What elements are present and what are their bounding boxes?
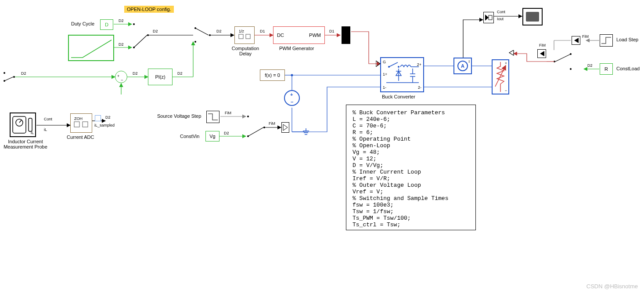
step-icon xyxy=(601,36,612,45)
sum-minus-port: − xyxy=(121,78,123,82)
cvs-minus-icon: − xyxy=(291,99,293,105)
scope-block[interactable] xyxy=(522,8,543,25)
svg-marker-72 xyxy=(485,15,489,21)
adc-rate-transition[interactable] xyxy=(95,115,101,121)
svg-line-58 xyxy=(389,62,398,67)
tag-FiM-2: FiM xyxy=(269,121,275,126)
param-line-11: % Outer Voltage Loop xyxy=(353,182,469,189)
svg-point-27 xyxy=(247,116,249,117)
tag-D2-2: D2 xyxy=(119,42,124,47)
rate-transition-small-icon-2 xyxy=(538,50,545,57)
tag-FiM-1: FiM xyxy=(225,111,231,115)
buck-port-2minus: 2- xyxy=(418,85,421,90)
current-sensor-block[interactable]: A I xyxy=(453,58,472,74)
param-line-2: C = 70e-6; xyxy=(353,123,469,129)
fi-m-rt-load[interactable] xyxy=(572,36,580,45)
simulink-canvas: OPEN-LOOP config. Duty Cycle D + − PI(z)… xyxy=(0,0,644,294)
variable-load-block[interactable]: + − xyxy=(492,59,509,94)
svg-point-59 xyxy=(398,66,399,68)
iout-rate-transition[interactable] xyxy=(483,12,494,23)
svg-rect-81 xyxy=(83,122,88,127)
svg-rect-50 xyxy=(239,34,243,39)
svg-rect-80 xyxy=(74,122,79,127)
param-line-17: Ts_ctrl = Tsw; xyxy=(353,221,469,228)
svg-line-41 xyxy=(555,54,571,62)
pi-controller-block[interactable]: PI(z) xyxy=(148,69,173,85)
param-line-6: Vg = 48; xyxy=(353,149,469,156)
signal-to-physical-block[interactable] xyxy=(281,122,289,133)
ground-icon xyxy=(302,128,310,137)
pwm-generator-block[interactable]: DC PWM xyxy=(273,26,325,44)
tag-D2-8: D2 xyxy=(105,115,111,120)
constant-Vg-text: Vg xyxy=(209,134,215,139)
load-step-block[interactable] xyxy=(600,34,613,47)
computation-delay-label: Computation Delay xyxy=(228,46,263,56)
scope-screen-icon xyxy=(526,12,539,22)
sum-plus-port: + xyxy=(117,74,119,78)
svg-line-78 xyxy=(19,120,22,123)
tag-D2-3: D2 xyxy=(153,29,158,33)
tag-D2-9: D2 xyxy=(224,131,229,135)
svg-rect-51 xyxy=(246,34,250,39)
ground-block[interactable] xyxy=(302,128,310,138)
inductor-probe-label: Inductor Current Measurement Probe xyxy=(4,139,47,149)
tag-D2-10: D2 xyxy=(587,63,593,68)
svg-point-7 xyxy=(133,23,135,25)
demux-block[interactable] xyxy=(342,26,350,44)
buck-port-2plus: 2+ xyxy=(417,62,421,67)
tag-D1-1: D1 xyxy=(260,29,265,33)
buck-port-1plus: 1+ xyxy=(383,72,387,76)
svg-line-9 xyxy=(134,35,147,47)
constant-Vg[interactable]: Vg xyxy=(205,131,219,142)
tag-D2-5: D2 xyxy=(21,71,26,76)
svg-marker-74 xyxy=(574,38,579,43)
svg-point-40 xyxy=(570,68,572,70)
buck-port-1minus: 1- xyxy=(383,85,386,90)
param-line-12: Vref = V; xyxy=(353,189,469,195)
svg-line-48 xyxy=(4,77,13,81)
varload-plus: + xyxy=(505,61,507,65)
source-voltage-step-block[interactable] xyxy=(206,111,219,123)
tag-D1-2: D1 xyxy=(329,29,335,33)
rate-transition-small-icon xyxy=(572,37,579,44)
ammeter-A-text: A xyxy=(461,63,464,69)
svg-point-47 xyxy=(4,80,5,82)
param-line-10: Iref = V/R; xyxy=(353,175,469,182)
solver-config-block[interactable]: f(x) = 0 xyxy=(260,69,285,81)
step-icon-2 xyxy=(207,112,219,122)
ramp-source-block[interactable] xyxy=(68,35,114,61)
svg-point-13 xyxy=(194,41,196,43)
probe-port-il: iL xyxy=(31,131,34,135)
varload-minus: − xyxy=(505,88,507,93)
buck-converter-block[interactable]: G 1+ 1- 2+ 2- xyxy=(380,57,424,92)
tag-D2-7: D2 xyxy=(177,71,183,76)
il-wire-label: iL xyxy=(44,127,47,132)
constant-R[interactable]: R xyxy=(600,63,613,75)
cont-label-probe: Cont xyxy=(44,117,52,121)
controlled-voltage-source[interactable]: + − xyxy=(284,90,300,106)
param-line-13: % Switching and Sample Times xyxy=(353,195,469,202)
svg-marker-71 xyxy=(509,50,514,55)
fim-tag-load2: FiM xyxy=(539,43,546,47)
ramp-icon xyxy=(69,36,113,59)
current-adc-block[interactable]: ZOH xyxy=(70,113,92,133)
computation-delay-block[interactable]: 1/z xyxy=(234,26,255,44)
unit-delay-text: 1/z xyxy=(237,29,252,33)
sum-block[interactable]: + − xyxy=(115,71,127,83)
param-line-7: V = 12; xyxy=(353,156,469,162)
pwm-generator-label: PWM Generator xyxy=(279,46,314,51)
solver-config-text: f(x) = 0 xyxy=(265,73,280,78)
constant-D[interactable]: D xyxy=(100,19,113,30)
param-line-3: R = 6; xyxy=(353,129,469,136)
svg-rect-73 xyxy=(489,15,492,20)
inductor-current-probe[interactable]: iL xyxy=(10,113,36,137)
svg-point-42 xyxy=(554,61,555,62)
tag-D2-4: D2 xyxy=(216,29,222,33)
constant-D-text: D xyxy=(105,22,108,27)
fi-m-rt-varload[interactable] xyxy=(537,49,546,58)
cont-label-top: Cont xyxy=(497,10,505,14)
param-line-8: D = V/Vg; xyxy=(353,162,469,169)
svg-point-28 xyxy=(247,135,249,137)
constant-R-text: R xyxy=(604,66,608,72)
svg-point-30 xyxy=(263,127,265,128)
